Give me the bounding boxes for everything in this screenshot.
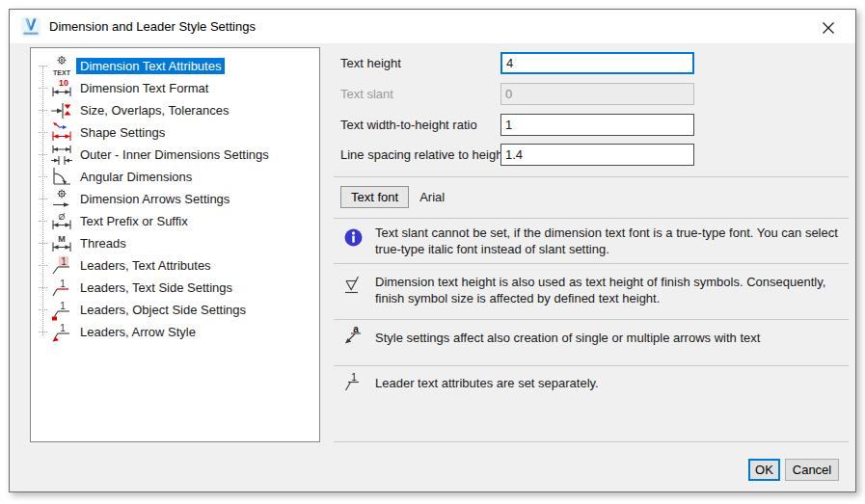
sidebar-item-size-overlaps-tolerances[interactable]: Size, Overlaps, Tolerances <box>31 99 319 121</box>
tree-branch-line <box>39 199 47 199</box>
message-text: Text slant cannot be set, if the dimensi… <box>375 225 839 257</box>
sidebar-item-dimension-arrows-settings[interactable]: Dimension Arrows Settings <box>31 188 319 210</box>
tree-branch-line <box>39 332 47 332</box>
tree-branch-line <box>39 287 47 288</box>
sidebar-item-label: Dimension Arrows Settings <box>76 191 233 207</box>
tree-branch-line <box>39 309 47 310</box>
message-text: Dimension text height is also used as te… <box>375 274 839 306</box>
sidebar-item-shape-settings[interactable]: Shape Settings <box>31 121 319 144</box>
text-slant-label: Text slant <box>340 83 393 105</box>
leader-line-icon: 1 <box>341 372 365 393</box>
finish-symbol-icon <box>341 276 365 297</box>
tree-branch-line <box>39 154 47 155</box>
sidebar-item-label: Angular Dimensions <box>76 169 196 185</box>
svg-text:TEXT: TEXT <box>53 69 71 76</box>
tree-branch-line <box>39 243 47 244</box>
sidebar-item-label: Leaders, Object Side Settings <box>76 302 250 318</box>
style-category-tree: TEXTDimension Text Attributes10Dimension… <box>30 47 320 442</box>
sidebar-item-dimension-text-format[interactable]: 10Dimension Text Format <box>31 77 319 99</box>
svg-text:1: 1 <box>60 301 66 311</box>
sidebar-item-leaders-object-side-settings[interactable]: 1Leaders, Object Side Settings <box>31 299 319 321</box>
sidebar-item-label: Outer - Inner Dimensions Settings <box>76 146 273 163</box>
sidebar-item-leaders-arrow-style[interactable]: 1Leaders, Arrow Style <box>31 321 319 343</box>
message-text: Style settings affect also creation of s… <box>375 328 839 349</box>
dimension-arrows-settings-icon <box>47 188 76 211</box>
svg-text:Ø: Ø <box>58 211 65 221</box>
window-title: Dimension and Leader Style Settings <box>49 19 256 34</box>
text-slant-input <box>500 83 694 105</box>
svg-text:10: 10 <box>59 78 68 88</box>
tree-branch-line <box>39 88 47 89</box>
svg-text:1: 1 <box>60 279 66 289</box>
tree-branch-line <box>39 221 47 222</box>
text-slant-row: Text slant <box>340 83 849 105</box>
varicad-logo-icon <box>21 17 41 37</box>
separator <box>334 263 849 264</box>
line-spacing-input[interactable] <box>500 144 694 166</box>
text-prefix-suffix-icon: Ø <box>47 210 76 233</box>
leaders-object-side-icon: 1 <box>47 299 76 322</box>
separator <box>334 319 849 320</box>
sidebar-item-label: Dimension Text Attributes <box>76 58 225 74</box>
sidebar-item-angular-dimensions[interactable]: Angular Dimensions <box>31 166 319 188</box>
svg-text:1: 1 <box>351 372 357 383</box>
width-height-ratio-row: Text width-to-height ratio <box>340 114 849 136</box>
tree-branch-line <box>39 110 47 111</box>
sidebar-item-label: Leaders, Arrow Style <box>76 324 200 340</box>
separator <box>334 218 849 219</box>
tree-items: TEXTDimension Text Attributes10Dimension… <box>31 55 319 343</box>
text-font-value: Arial <box>419 190 445 204</box>
outer-inner-dimensions-icon <box>47 144 76 167</box>
text-height-row: Text height <box>340 52 849 74</box>
arrow-with-text-icon: a <box>341 324 365 345</box>
width-height-ratio-label: Text width-to-height ratio <box>340 114 477 136</box>
line-spacing-row: Line spacing relative to height <box>340 144 849 166</box>
svg-text:a: a <box>353 324 359 334</box>
tree-branch-line <box>39 132 47 133</box>
separator <box>334 365 849 366</box>
message-text: Leader text attributes are set separatel… <box>375 373 839 394</box>
svg-text:1: 1 <box>60 323 66 333</box>
text-height-input[interactable] <box>500 52 694 74</box>
close-icon[interactable] <box>817 18 840 38</box>
svg-text:M: M <box>58 233 66 243</box>
ok-button[interactable]: OK <box>748 459 780 481</box>
dimension-text-format-icon: 10 <box>47 77 76 100</box>
separator <box>334 176 849 177</box>
size-overlaps-tolerances-icon <box>47 99 76 122</box>
text-font-button[interactable]: Text font <box>340 186 409 208</box>
text-font-row: Text font Arial <box>340 186 445 208</box>
sidebar-item-label: Leaders, Text Side Settings <box>76 279 236 296</box>
tree-branch-line <box>39 176 47 177</box>
dimension-text-attributes-icon: TEXT <box>47 55 76 78</box>
separator <box>334 441 849 442</box>
sidebar-item-dimension-text-attributes[interactable]: TEXTDimension Text Attributes <box>31 55 319 77</box>
leaders-text-side-icon: 1 <box>47 277 76 300</box>
sidebar-item-label: Leaders, Text Attributes <box>76 257 215 274</box>
text-height-label: Text height <box>340 52 401 74</box>
svg-text:1: 1 <box>61 256 67 267</box>
sidebar-item-label: Dimension Text Format <box>76 80 212 96</box>
dimension-leader-style-dialog: Dimension and Leader Style Settings TEXT… <box>9 9 856 492</box>
sidebar-item-outer-inner-dimensions-settings[interactable]: Outer - Inner Dimensions Settings <box>31 144 319 166</box>
shape-settings-icon <box>47 121 76 145</box>
sidebar-item-text-prefix-or-suffix[interactable]: ØText Prefix or Suffix <box>31 210 319 232</box>
info-icon <box>341 228 365 247</box>
leaders-text-attributes-icon: 1 <box>47 254 76 278</box>
sidebar-item-label: Size, Overlaps, Tolerances <box>76 102 232 119</box>
sidebar-item-label: Shape Settings <box>76 124 169 141</box>
leaders-arrow-style-icon: 1 <box>47 321 76 344</box>
sidebar-item-leaders-text-attributes[interactable]: 1Leaders, Text Attributes <box>31 254 319 277</box>
sidebar-item-leaders-text-side-settings[interactable]: 1Leaders, Text Side Settings <box>31 277 319 299</box>
titlebar: Dimension and Leader Style Settings <box>10 10 855 43</box>
cancel-button[interactable]: Cancel <box>785 459 839 481</box>
sidebar-item-label: Threads <box>76 235 130 252</box>
width-height-ratio-input[interactable] <box>500 114 694 136</box>
sidebar-item-threads[interactable]: MThreads <box>31 232 319 254</box>
tree-branch-line <box>39 265 47 266</box>
angular-dimensions-icon <box>47 166 76 189</box>
sidebar-item-label: Text Prefix or Suffix <box>76 213 192 229</box>
tree-branch-line <box>39 66 47 66</box>
threads-icon: M <box>47 232 76 255</box>
line-spacing-label: Line spacing relative to height <box>340 144 506 166</box>
